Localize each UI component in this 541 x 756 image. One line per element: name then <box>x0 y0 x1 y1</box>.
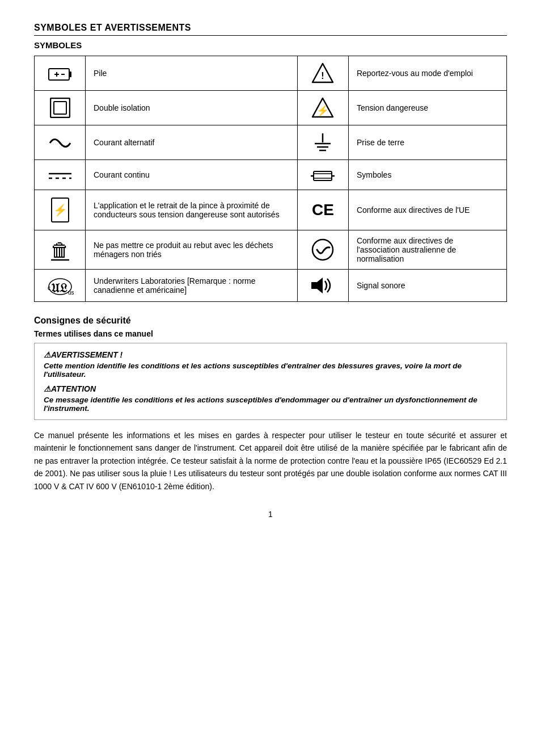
icon-recycle: 🗑 <box>35 230 86 270</box>
svg-text:⚡: ⚡ <box>53 203 67 217</box>
svg-text:⚡: ⚡ <box>316 104 329 117</box>
label-tension-dangereuse: Tension dangereuse <box>348 91 506 125</box>
table-row: Courant continu Symboles <box>35 160 507 190</box>
body-text: Ce manuel présente les informations et l… <box>34 429 507 493</box>
label-clamp: L'application et le retrait de la pince … <box>86 190 298 230</box>
table-row: c 𝔘𝔏 us Underwriters Laboratories [Remar… <box>35 270 507 302</box>
attention-text: Ce message identifie les conditions et l… <box>44 396 497 413</box>
consignes-section: Consignes de sécurité Termes utilises da… <box>34 316 507 493</box>
table-row: Double isolation ⚡ Tension dangereuse <box>35 91 507 125</box>
label-earth: Prise de terre <box>348 125 506 160</box>
icon-ac <box>35 125 86 160</box>
label-symboles: Symboles <box>348 160 506 190</box>
symbols-table: Pile ! Reportez-vous au mode d'emploi Do… <box>34 56 507 302</box>
icon-ul: c 𝔘𝔏 us <box>35 270 86 302</box>
icon-tension-dangereuse: ⚡ <box>297 91 348 125</box>
label-sound: Signal sonore <box>348 270 506 302</box>
ce-text: CE <box>312 201 334 219</box>
label-pile: Pile <box>86 56 298 91</box>
termes-title: Termes utilises dans ce manuel <box>34 329 507 338</box>
label-ul: Underwriters Laboratories [Remarque : no… <box>86 270 298 302</box>
table-row: Pile ! Reportez-vous au mode d'emploi <box>35 56 507 91</box>
icon-fuse <box>297 160 348 190</box>
icon-battery <box>35 56 86 91</box>
icon-double-iso <box>35 91 86 125</box>
icon-ce: CE <box>297 190 348 230</box>
warning-label: ⚠AVERTISSEMENT ! <box>44 350 497 359</box>
svg-rect-8 <box>54 102 66 114</box>
symbols-subtitle: SYMBOLES <box>34 40 507 50</box>
icon-earth <box>297 125 348 160</box>
icon-clamp: ⚡ <box>35 190 86 230</box>
label-ctick: Conforme aux directives de l'association… <box>348 230 506 270</box>
warning-box: ⚠AVERTISSEMENT ! Cette mention identifie… <box>34 343 507 420</box>
label-manual-ref: Reportez-vous au mode d'emploi <box>348 56 506 91</box>
attention-label: ⚠ATTENTION <box>44 384 497 393</box>
page-title: SYMBOLES ET AVERTISSEMENTS <box>34 23 507 33</box>
svg-point-29 <box>312 240 333 260</box>
svg-text:!: ! <box>322 71 324 81</box>
icon-manual-ref: ! <box>297 56 348 91</box>
warning-text: Cette mention identifie les conditions e… <box>44 362 497 379</box>
label-ce: Conforme aux directives de l'UE <box>348 190 506 230</box>
title-divider <box>34 35 507 36</box>
consignes-title: Consignes de sécurité <box>34 316 507 326</box>
svg-marker-35 <box>317 278 323 293</box>
table-row: Courant alternatif Prise de terre <box>35 125 507 160</box>
label-recycle: Ne pas mettre ce produit au rebut avec l… <box>86 230 298 270</box>
icon-dc <box>35 160 86 190</box>
label-dc: Courant continu <box>86 160 298 190</box>
icon-sound <box>297 270 348 302</box>
svg-text:us: us <box>68 289 74 296</box>
label-double-iso: Double isolation <box>86 91 298 125</box>
svg-text:🗑: 🗑 <box>50 239 70 261</box>
table-row: 🗑 Ne pas mettre ce produit au rebut avec… <box>35 230 507 270</box>
label-ac: Courant alternatif <box>86 125 298 160</box>
table-row: ⚡ L'application et le retrait de la pinc… <box>35 190 507 230</box>
svg-rect-1 <box>69 72 71 77</box>
page-number: 1 <box>34 510 507 519</box>
svg-rect-34 <box>311 282 317 289</box>
svg-rect-20 <box>314 171 332 180</box>
icon-ctick <box>297 230 348 270</box>
